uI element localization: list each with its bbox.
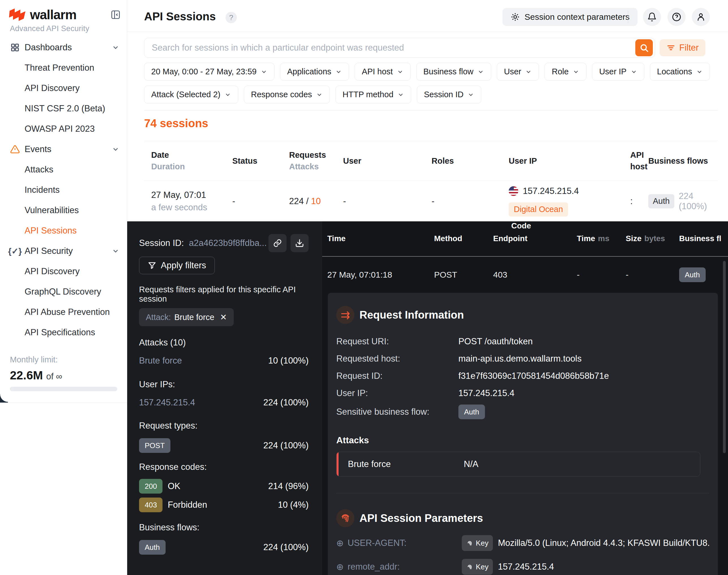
search-button[interactable] [635,39,653,56]
sidebar-item-graphql-discovery[interactable]: GraphQL Discovery [0,281,127,302]
filter-chip-user[interactable]: User [497,63,539,80]
filter-chip-session-id[interactable]: Session ID [417,86,481,103]
link-icon [273,239,282,248]
sidebar-item-api-discovery[interactable]: API Discovery [0,78,127,98]
circle-plus-icon[interactable]: ⊕ [336,538,344,548]
filter-chip-applications[interactable]: Applications [280,63,349,80]
req-col-code: Code [511,222,531,230]
header-divider [127,32,728,32]
filter-button-label: Filter [680,43,699,53]
notifications-button[interactable] [643,8,661,26]
filter-chip-api-host[interactable]: API host [355,63,411,80]
account-button[interactable] [692,8,710,26]
sidebar-item-api-discovery-2[interactable]: API Discovery [0,261,127,281]
applied-filter-chip[interactable]: Attack: Brute force ✕ [139,308,234,326]
session-date-cell: 27 May, 07:01a few seconds [151,181,207,222]
session-flows-cell: Auth 224 (100%) [648,181,718,222]
filters-divider [144,110,718,110]
filter-button[interactable]: Filter [660,39,705,56]
stat-row-attack: Brute force10 (100%) [139,356,309,366]
vertical-scrollbar[interactable] [723,261,726,453]
sessions-table-header: DateDuration Status RequestsAttacks User… [144,141,718,181]
copy-link-button[interactable] [269,234,286,252]
filter-chip-attack[interactable]: Attack (Selected 2) [144,86,238,103]
download-button[interactable] [290,234,309,252]
help-button[interactable] [667,8,686,26]
attack-detail-box[interactable]: Brute force N/A [336,452,700,477]
search-input[interactable] [144,38,655,57]
sidebar-item-api-specifications[interactable]: API Specifications [0,322,127,343]
monthly-limit-progressbar [10,387,117,391]
col-roles[interactable]: Roles [431,141,454,181]
topbar-separator [628,11,628,23]
sidebar-item-vulnerabilities[interactable]: Vulnerabilities [0,200,127,221]
request-row-time[interactable]: 27 May, 07:01:18 [327,257,392,293]
sidebar-section-api-security[interactable]: {✓} API Security [0,241,127,261]
sidebar-section-dashboards[interactable]: Dashboards [0,37,127,58]
sidebar-bottom-divider [0,403,127,403]
card-divider [336,493,709,493]
remove-filter-icon[interactable]: ✕ [220,312,227,322]
col-user[interactable]: User [343,141,361,181]
sidebar-item-nist-csf[interactable]: NIST CSF 2.0 (Beta) [0,98,127,119]
user-ips-section-label: User IPs: [139,379,309,390]
chevron-down-icon [112,247,119,255]
brand-subtitle: Advanced API Security [10,24,89,33]
request-row-method: POST [434,257,457,293]
filter-chip-role[interactable]: Role [545,63,586,80]
circle-plus-icon[interactable]: ⊕ [336,562,344,572]
req-col-method[interactable]: Method [434,222,462,256]
sidebar-item-api-abuse-prevention[interactable]: API Abuse Prevention [0,302,127,322]
status-403-badge: 403 [139,498,163,512]
req-col-time-ms[interactable]: Timems [577,222,609,256]
business-flows-section-label: Business flows: [139,522,309,533]
col-requests[interactable]: RequestsAttacks [289,141,326,181]
brand: wallarm [9,7,121,23]
chevron-down-icon [477,68,484,75]
sidebar-collapse-icon[interactable] [110,10,121,20]
filter-chip-business-flow[interactable]: Business flow [416,63,491,80]
sidebar-item-attacks[interactable]: Attacks [0,160,127,180]
braces-check-icon: {✓} [10,246,20,256]
col-user-ip[interactable]: User IP [509,141,537,181]
req-col-time[interactable]: Time [327,222,346,256]
col-date[interactable]: DateDuration [151,141,185,181]
request-information-card: ⇉ Request Information Request URI:POST /… [328,293,718,575]
apply-filters-button[interactable]: Apply filters [139,257,215,274]
warning-triangle-icon [10,144,20,154]
session-roles-cell: - [431,181,435,222]
flow-badge: Auth [458,405,485,419]
sidebar-item-incidents[interactable]: Incidents [0,180,127,200]
chevron-down-icon [696,68,703,75]
req-col-size[interactable]: Sizebytes [626,222,665,256]
col-api-host[interactable]: APIhost [630,141,648,181]
filter-chip-locations[interactable]: Locations [650,63,710,80]
col-business-flows[interactable]: Business flows [648,141,708,181]
filter-chip-http-method[interactable]: HTTP method [336,86,411,103]
page-title: API Sessions [144,10,216,23]
session-context-parameters-button[interactable]: Session context parameters [502,8,637,26]
attacks-section-label: Attacks (10) [139,338,309,348]
sidebar-section-events[interactable]: Events [0,139,127,160]
request-row-time-ms: - [577,257,580,293]
filter-chip-response-codes[interactable]: Response codes [244,86,330,103]
filter-chip-user-ip[interactable]: User IP [592,63,644,80]
sidebar-item-threat-prevention[interactable]: Threat Prevention [0,58,127,78]
attack-accent-bar [337,452,339,476]
session-row[interactable]: 27 May, 07:01a few seconds - 224 / 10 - … [144,181,718,222]
title-help-icon[interactable]: ? [226,12,237,23]
sidebar-item-api-sessions[interactable]: API Sessions [0,221,127,241]
request-info-fields: Request URI:POST /oauth/token Requested … [336,336,709,398]
col-status[interactable]: Status [232,141,257,181]
sensitive-flow-row: Sensitive business flow: Auth [336,405,709,419]
sidebar-item-owasp-api[interactable]: OWASP API 2023 [0,119,127,139]
stat-row-user-ip: 157.245.215.4224 (100%) [139,398,309,408]
session-id-value: a2a4623b9f8ffdba... [189,238,269,248]
request-info-title: Request Information [359,309,464,321]
req-col-business-flows[interactable]: Business fl [679,222,721,256]
request-types-section-label: Request types: [139,421,309,431]
chevron-down-icon [573,68,579,75]
filter-chip-date-range[interactable]: 20 May, 0:00 - 27 May, 23:59 [144,63,274,80]
grid-icon [10,43,20,52]
download-icon [295,239,304,248]
